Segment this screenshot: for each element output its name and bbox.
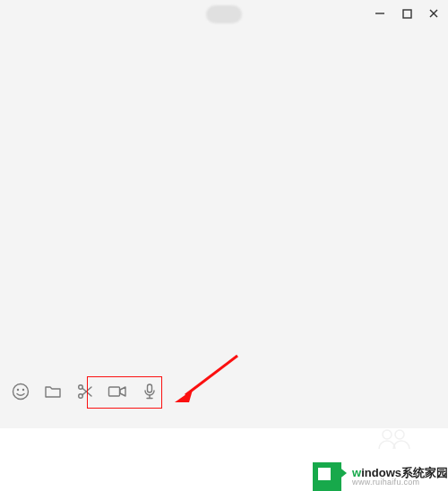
video-icon	[108, 383, 127, 401]
watermark-logo-icon	[313, 462, 341, 491]
screenshot-button[interactable]	[75, 382, 95, 401]
svg-marker-16	[175, 390, 193, 402]
watermark: windows系统家园 www.ruihaifu.com	[313, 462, 448, 491]
annotation-arrow	[175, 352, 246, 406]
window-title-bar	[373, 0, 448, 27]
watermark-url: www.ruihaifu.com	[352, 478, 448, 487]
microphone-icon	[141, 383, 159, 401]
maximize-button[interactable]	[400, 6, 414, 21]
file-button[interactable]	[43, 382, 63, 401]
svg-rect-11	[109, 387, 120, 396]
group-icon	[376, 426, 412, 452]
svg-point-4	[13, 384, 29, 400]
folder-icon	[44, 383, 62, 401]
input-toolbar	[11, 382, 159, 401]
svg-line-10	[82, 387, 91, 395]
emoji-button[interactable]	[11, 382, 30, 401]
svg-point-17	[383, 430, 392, 439]
voice-input-button[interactable]	[140, 382, 159, 401]
chat-message-area[interactable]	[0, 27, 448, 349]
svg-line-9	[82, 388, 91, 396]
video-call-button[interactable]	[108, 382, 127, 401]
minimize-icon	[375, 8, 385, 19]
close-button[interactable]	[426, 6, 441, 21]
minimize-button[interactable]	[373, 6, 387, 21]
maximize-icon	[402, 9, 412, 19]
emoji-icon	[12, 383, 30, 401]
chat-avatar-blurred	[206, 5, 242, 23]
svg-rect-1	[403, 10, 411, 18]
svg-line-15	[185, 356, 237, 395]
watermark-text: windows系统家园 www.ruihaifu.com	[341, 467, 448, 487]
close-icon	[428, 8, 439, 19]
svg-point-6	[22, 389, 24, 391]
scissors-icon	[76, 383, 94, 401]
svg-point-5	[17, 389, 19, 391]
svg-point-18	[395, 430, 404, 439]
svg-rect-12	[148, 384, 152, 392]
